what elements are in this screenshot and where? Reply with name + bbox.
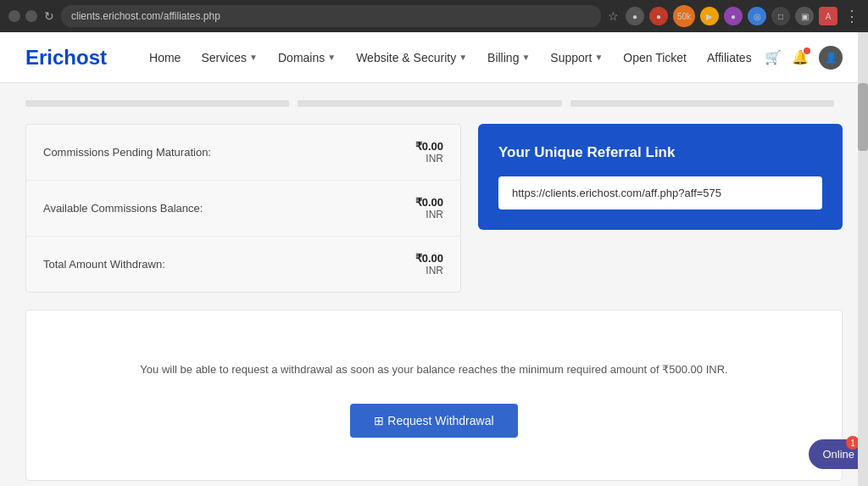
commission-withdrawn-value: ₹0.00 INR [415,252,443,277]
billing-arrow-icon: ▼ [521,53,530,62]
bookmark-icon[interactable]: ☆ [608,9,619,23]
commissions-panel: Commissions Pending Maturation: ₹0.00 IN… [25,124,461,293]
browser-maximize[interactable] [25,10,37,22]
ext-icon-5[interactable]: ● [724,7,743,25]
scrollbar[interactable] [858,32,868,486]
ext-icon-8[interactable]: ▣ [795,7,814,25]
main-layout: Commissions Pending Maturation: ₹0.00 IN… [25,124,843,293]
request-withdrawal-button[interactable]: ⊞ Request Withdrawal [350,404,517,438]
browser-minimize[interactable] [8,10,20,22]
ext-icon-4[interactable]: ▶ [700,7,719,25]
address-bar[interactable]: clients.erichost.com/affiliates.php [61,5,601,27]
nav-open-ticket[interactable]: Open Ticket [615,44,695,71]
commission-withdrawn-amount: ₹0.00 [415,252,443,265]
commission-pending-row: Commissions Pending Maturation: ₹0.00 IN… [26,125,460,181]
browser-menu-icon[interactable]: ⋮ [844,7,860,25]
commission-withdrawn-currency: INR [415,265,443,277]
nav-right-icons: 🛒 🔔 👤 [765,46,843,70]
ext-icon-1[interactable]: ● [626,7,644,25]
withdrawal-info-text: You will be able to request a withdrawal… [43,361,825,378]
commission-balance-label: Available Commissions Balance: [43,202,203,215]
withdrawal-section: You will be able to request a withdrawal… [25,310,843,481]
url-text: clients.erichost.com/affiliates.php [71,10,220,22]
referral-link-box[interactable]: https://clients.erichost.com/aff.php?aff… [498,176,822,209]
browser-chrome: ↻ clients.erichost.com/affiliates.php ☆ … [0,0,868,32]
nav-website-security[interactable]: Website & Security ▼ [348,44,476,71]
ext-icon-7[interactable]: □ [771,7,790,25]
nav-links: Home Services ▼ Domains ▼ Website & Secu… [141,44,765,71]
online-chat-label: Online [822,448,854,461]
browser-extension-icons: ● ● 50k ▶ ● ◎ □ ▣ A [626,5,837,27]
scrollbar-thumb[interactable] [858,83,868,151]
top-card-2 [298,100,561,107]
top-card-3 [570,100,834,107]
commission-pending-currency: INR [415,153,443,165]
ext-icon-3[interactable]: 50k [673,5,695,27]
refresh-button[interactable]: ↻ [44,9,54,23]
nav-home[interactable]: Home [141,44,189,71]
commission-balance-amount: ₹0.00 [415,196,443,209]
notification-dot [804,47,810,54]
nav-domains[interactable]: Domains ▼ [270,44,344,71]
top-card-bars [25,100,843,107]
commission-balance-row: Available Commissions Balance: ₹0.00 INR [26,181,460,237]
notification-icon-button[interactable]: 🔔 [792,49,809,65]
website-security-arrow-icon: ▼ [459,53,467,62]
referral-title: Your Unique Referral Link [498,144,822,161]
nav-billing[interactable]: Billing ▼ [479,44,538,71]
support-arrow-icon: ▼ [594,53,603,62]
site-logo[interactable]: Erichost [25,46,107,70]
cart-icon-button[interactable]: 🛒 [765,49,782,65]
ext-icon-6[interactable]: ◎ [748,7,766,25]
main-content: Commissions Pending Maturation: ₹0.00 IN… [0,83,868,486]
commission-withdrawn-label: Total Amount Withdrawn: [43,258,165,271]
nav-support[interactable]: Support ▼ [542,44,611,71]
ext-icon-9[interactable]: A [819,7,837,25]
services-arrow-icon: ▼ [249,53,258,62]
commission-pending-label: Commissions Pending Maturation: [43,146,211,159]
commission-balance-currency: INR [415,209,443,221]
nav-services[interactable]: Services ▼ [192,44,266,71]
main-navbar: Erichost Home Services ▼ Domains ▼ Websi… [0,32,868,83]
top-card-1 [25,100,289,107]
commission-balance-value: ₹0.00 INR [415,196,443,221]
commission-pending-value: ₹0.00 INR [415,140,443,165]
domains-arrow-icon: ▼ [327,53,336,62]
referral-panel: Your Unique Referral Link https://client… [478,124,843,230]
commission-pending-amount: ₹0.00 [415,140,443,153]
ext-icon-2[interactable]: ● [649,7,668,25]
nav-affiliates[interactable]: Affiliates [698,44,760,71]
browser-window-controls [8,10,37,22]
commission-withdrawn-row: Total Amount Withdrawn: ₹0.00 INR [26,237,460,292]
user-avatar-button[interactable]: 👤 [819,46,843,70]
